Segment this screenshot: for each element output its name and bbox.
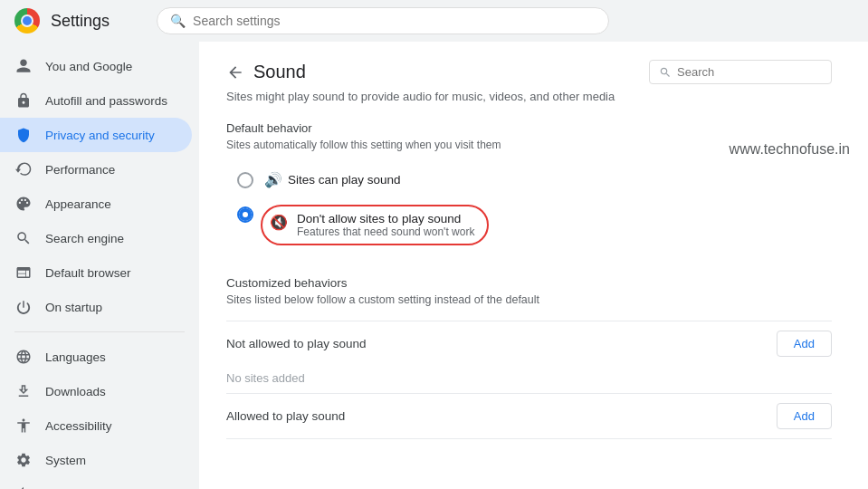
sidebar-label-you-and-google: You and Google [45,60,132,73]
accessibility-icon [14,417,33,435]
page-header: Sound [226,60,832,84]
top-search-bar[interactable]: 🔍 [157,7,609,34]
app-title: Settings [51,12,110,31]
sidebar-label-performance: Performance [45,163,115,177]
sidebar-label-on-startup: On startup [45,301,102,314]
sidebar-item-appearance[interactable]: Appearance [0,187,192,221]
page-search-bar[interactable] [649,60,832,84]
sidebar-item-privacy[interactable]: Privacy and security [0,118,192,152]
customized-behaviors-heading: Customized behaviors [226,276,832,290]
sidebar-divider [14,331,185,332]
sidebar-label-languages: Languages [45,350,106,364]
sidebar: You and Google Autofill and passwords Pr… [0,42,199,489]
default-behavior-label: Default behavior [226,121,832,135]
download-icon [14,382,33,400]
sidebar-item-on-startup[interactable]: On startup [0,290,192,324]
block-sound-highlighted[interactable]: 🔇 Don't allow sites to play sound Featur… [261,205,489,245]
no-sites-row: No sites added [226,366,832,393]
block-sound-main-label: Don't allow sites to play sound [297,212,474,225]
back-button[interactable] [226,63,244,82]
allow-sound-option[interactable]: 🔊 Sites can play sound [226,164,832,196]
search-engine-icon [14,229,33,247]
sidebar-item-you-and-google[interactable]: You and Google [0,49,192,83]
system-icon [14,451,33,469]
sidebar-label-autofill: Autofill and passwords [45,94,167,108]
content-inner: Sound Sites might play sound to provide … [199,42,868,457]
customized-behaviors-desc: Sites listed below follow a custom setti… [226,293,832,306]
content-area: www.technofuse.in Sound Sites might play… [199,42,868,489]
top-bar: Settings 🔍 [0,0,868,42]
block-sound-row: 🔇 Don't allow sites to play sound Featur… [226,197,832,258]
autofill-icon [14,91,33,110]
sidebar-label-downloads: Downloads [45,385,106,398]
sidebar-item-performance[interactable]: Performance [0,152,192,187]
sidebar-item-downloads[interactable]: Downloads [0,374,192,408]
block-sound-radio[interactable] [237,206,253,223]
not-allowed-add-button[interactable]: Add [777,331,832,357]
sidebar-item-system[interactable]: System [0,443,192,477]
no-sites-text: No sites added [226,362,305,390]
chrome-logo [14,8,40,34]
allowed-label: Allowed to play sound [226,409,345,423]
sidebar-item-reset-settings[interactable]: Reset settings [0,477,192,489]
main-layout: You and Google Autofill and passwords Pr… [0,42,868,489]
page-search-icon [659,66,672,79]
not-allowed-row: Not allowed to play sound Add [226,321,832,366]
allow-sound-label: 🔊 Sites can play sound [264,171,401,188]
sidebar-label-appearance: Appearance [45,197,111,211]
allowed-add-button[interactable]: Add [777,403,832,429]
globe-icon [14,348,33,366]
sidebar-item-accessibility[interactable]: Accessibility [0,408,192,443]
startup-icon [14,298,33,316]
not-allowed-label: Not allowed to play sound [226,337,367,350]
person-icon [14,57,33,75]
appearance-icon [14,195,33,213]
page-title: Sound [253,62,306,82]
shield-icon [14,126,33,144]
sidebar-label-search-engine: Search engine [45,232,124,245]
sound-off-icon: 🔇 [270,214,288,231]
sidebar-item-default-browser[interactable]: Default browser [0,255,192,290]
sound-on-icon: 🔊 [264,171,282,188]
allow-sound-radio[interactable] [237,172,253,188]
sidebar-item-languages[interactable]: Languages [0,340,192,374]
block-sound-text: Don't allow sites to play sound Features… [297,212,474,238]
performance-icon [14,160,33,178]
page-header-left: Sound [226,62,306,82]
sidebar-item-autofill[interactable]: Autofill and passwords [0,83,192,118]
reset-icon [14,485,33,489]
sidebar-label-default-browser: Default browser [45,266,131,280]
search-input[interactable] [193,14,596,28]
sidebar-item-search-engine[interactable]: Search engine [0,221,192,255]
page-search-input[interactable] [677,65,822,79]
search-icon: 🔍 [170,14,186,28]
allowed-row: Allowed to play sound Add [226,393,832,439]
sidebar-label-privacy: Privacy and security [45,129,155,142]
sidebar-label-system: System [45,454,86,467]
sidebar-label-accessibility: Accessibility [45,419,112,433]
page-description: Sites might play sound to provide audio … [226,90,832,103]
block-sound-sub-label: Features that need sound won't work [297,225,474,238]
default-behavior-sub: Sites automatically follow this setting … [226,139,832,151]
browser-icon [14,264,33,282]
